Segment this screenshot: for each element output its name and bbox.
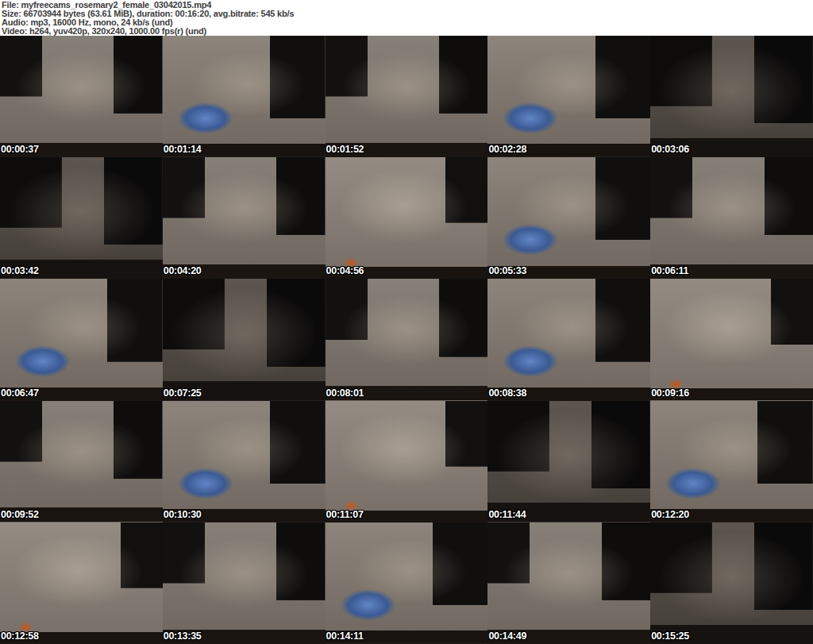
thumbnail-timestamp: 00:12:20: [651, 509, 689, 520]
thumbnail-timestamp: 00:03:42: [1, 265, 39, 276]
thumbnail-timestamp: 00:11:44: [488, 509, 526, 520]
video-thumbnail: 00:09:16: [650, 279, 813, 400]
video-thumbnail: 00:02:28: [487, 36, 650, 157]
video-thumbnail: 00:09:52: [0, 401, 163, 523]
video-thumbnail: 00:10:30: [163, 401, 326, 523]
thumbnail-timestamp: 00:04:56: [326, 265, 364, 276]
thumbnail-timestamp: 00:01:14: [164, 144, 202, 155]
video-thumbnail: 00:14:11: [326, 523, 488, 644]
video-thumbnail: 00:06:47: [0, 279, 163, 400]
video-info-line: Video: h264, yuv420p, 320x240, 1000.00 f…: [2, 27, 813, 36]
video-thumbnail: 00:12:20: [650, 401, 813, 523]
thumbnail-timestamp: 00:15:25: [651, 631, 689, 642]
thumbnail-timestamp: 00:14:49: [488, 631, 526, 642]
video-thumbnail: 00:15:25: [650, 523, 813, 644]
thumbnail-timestamp: 00:11:07: [326, 509, 364, 520]
video-thumbnail: 00:12:58: [0, 523, 163, 644]
thumbnail-timestamp: 00:14:11: [326, 631, 364, 642]
thumbnail-timestamp: 00:06:47: [1, 388, 39, 399]
video-thumbnail: 00:14:49: [487, 523, 650, 644]
video-thumbnail: 00:00:37: [0, 36, 163, 157]
thumbnail-timestamp: 00:08:38: [488, 388, 526, 399]
video-thumbnail: 00:04:56: [326, 157, 488, 279]
media-info-header: File: myfreecams_rosemary2_female_030420…: [0, 0, 813, 36]
video-thumbnail: 00:03:42: [0, 157, 163, 279]
thumbnail-timestamp: 00:13:35: [164, 631, 202, 642]
thumbnail-timestamp: 00:00:37: [1, 144, 39, 155]
thumbnail-timestamp: 00:05:33: [488, 265, 526, 276]
video-thumbnail: 00:04:20: [163, 157, 326, 279]
video-thumbnail: 00:07:25: [163, 279, 326, 400]
video-thumbnail: 00:03:06: [650, 36, 813, 157]
thumbnail-timestamp: 00:01:52: [326, 144, 364, 155]
thumbnail-timestamp: 00:03:06: [651, 144, 689, 155]
video-thumbnail: 00:05:33: [487, 157, 650, 279]
thumbnail-timestamp: 00:04:20: [164, 265, 202, 276]
thumbnail-timestamp: 00:02:28: [488, 144, 526, 155]
contact-sheet: File: myfreecams_rosemary2_female_030420…: [0, 0, 813, 644]
thumbnail-timestamp: 00:10:30: [164, 509, 202, 520]
video-thumbnail: 00:06:11: [650, 157, 813, 279]
video-thumbnail: 00:11:07: [326, 401, 488, 523]
thumbnail-timestamp: 00:12:58: [1, 631, 39, 642]
thumbnail-timestamp: 00:07:25: [164, 388, 202, 399]
video-thumbnail: 00:11:44: [487, 401, 650, 523]
thumbnail-timestamp: 00:09:16: [651, 388, 689, 399]
video-thumbnail: 00:08:38: [487, 279, 650, 400]
thumbnail-timestamp: 00:06:11: [651, 265, 688, 276]
thumbnail-timestamp: 00:09:52: [1, 509, 39, 520]
video-thumbnail: 00:08:01: [326, 279, 488, 400]
video-thumbnail: 00:01:14: [163, 36, 326, 157]
video-thumbnail: 00:01:52: [326, 36, 488, 157]
video-thumbnail: 00:13:35: [163, 523, 326, 644]
thumbnail-timestamp: 00:08:01: [326, 388, 364, 399]
thumbnail-grid: 00:00:37 00:01:14 00:01:52 00:02:28 00:0…: [0, 36, 813, 644]
